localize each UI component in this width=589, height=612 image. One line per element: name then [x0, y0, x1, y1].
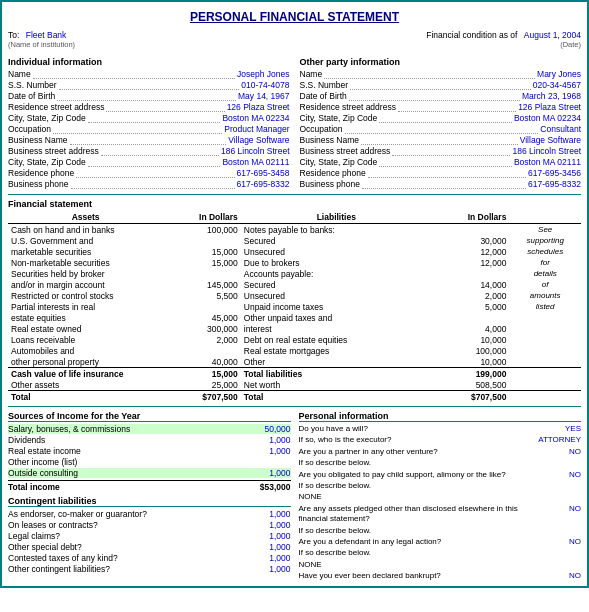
personal-answer — [526, 560, 581, 570]
field-dots — [59, 80, 240, 90]
liability-label: Due to brokers — [241, 257, 432, 268]
info-row: Residence street address 126 Plaza Stree… — [8, 102, 290, 112]
liability-value: 5,000 — [432, 301, 510, 312]
field-value: Boston MA 02111 — [514, 157, 581, 167]
asset-label: Non-marketable securities — [8, 257, 163, 268]
field-label: Name — [300, 69, 323, 79]
side-note: for — [509, 257, 581, 268]
field-label: Business phone — [300, 179, 361, 189]
personal-info-row: If so describe below. — [299, 548, 582, 558]
field-dots — [53, 124, 222, 134]
source-label: Other income (list) — [8, 457, 251, 467]
info-row: Name Joseph Jones — [8, 69, 290, 79]
assets-header: Assets — [8, 211, 163, 224]
field-label: Occupation — [300, 124, 343, 134]
other-party-fields: Name Mary Jones S.S. Number 020-34-4567 … — [300, 69, 582, 189]
asset-value — [163, 301, 241, 312]
personal-answer: NO — [526, 537, 581, 547]
asset-value: 2,000 — [163, 334, 241, 345]
side-note-header — [509, 211, 581, 224]
individual-fields: Name Joseph Jones S.S. Number 010-74-407… — [8, 69, 290, 189]
side-note: amounts — [509, 290, 581, 301]
liabilities-header: Liabilities — [241, 211, 432, 224]
liability-value — [432, 224, 510, 236]
liability-value: 10,000 — [432, 356, 510, 368]
source-label: Outside consulting — [8, 468, 251, 478]
liability-label: Secured — [241, 235, 432, 246]
contingent-section: Contingent liabilities As endorser, co-m… — [8, 496, 291, 574]
asset-label: other personal property — [8, 356, 163, 368]
field-value: Boston MA 02234 — [222, 113, 289, 123]
info-row: Business phone 617-695-8332 — [300, 179, 582, 189]
asset-value: 15,000 — [163, 257, 241, 268]
contingent-label: As endorser, co-maker or guarantor? — [8, 509, 251, 519]
field-value: Village Software — [228, 135, 289, 145]
contingent-items: As endorser, co-maker or guarantor? 1,00… — [8, 509, 291, 574]
info-row: S.S. Number 020-34-4567 — [300, 80, 582, 90]
personal-question: Are you obligated to pay child support, … — [299, 470, 527, 480]
source-row: Outside consulting 1,000 — [8, 468, 291, 478]
field-dots — [379, 157, 512, 167]
contingent-row: Other special debt? 1,000 — [8, 542, 291, 552]
info-row: Date of Birth March 23, 1968 — [300, 91, 582, 101]
info-row: Business phone 617-695-8332 — [8, 179, 290, 189]
field-value: 617-695-3456 — [528, 168, 581, 178]
source-row: Salary, bonuses, & commissions 50,000 — [8, 424, 291, 434]
source-row: Real estate income 1,000 — [8, 446, 291, 456]
info-row: Occupation Consultant — [300, 124, 582, 134]
liability-value: 2,000 — [432, 290, 510, 301]
info-row: City, State, Zip Code Boston MA 02111 — [300, 157, 582, 167]
personal-answer — [526, 481, 581, 491]
personal-info-row: NONE — [299, 560, 582, 570]
asset-value — [163, 345, 241, 356]
asset-value: 145,000 — [163, 279, 241, 290]
personal-info-row: Do you have a will? YES — [299, 424, 582, 434]
personal-info-items: Do you have a will? YES If so, who is th… — [299, 424, 582, 581]
liability-label: Debt on real estate equities — [241, 334, 432, 345]
liability-label: Other unpaid taxes and — [241, 312, 432, 323]
liability-label: Unsecured — [241, 290, 432, 301]
liability-value: 14,000 — [432, 279, 510, 290]
field-dots — [345, 124, 539, 134]
side-note — [509, 323, 581, 334]
field-value: 617-695-3458 — [237, 168, 290, 178]
page-title: PERSONAL FINANCIAL STATEMENT — [8, 6, 581, 30]
liability-label: Real estate mortgages — [241, 345, 432, 356]
side-note: See — [509, 224, 581, 236]
field-label: City, State, Zip Code — [300, 113, 378, 123]
info-row: City, State, Zip Code Boston MA 02234 — [8, 113, 290, 123]
field-label: S.S. Number — [8, 80, 57, 90]
field-label: Residence phone — [300, 168, 366, 178]
personal-answer: NO — [526, 470, 581, 480]
field-label: Name — [8, 69, 31, 79]
personal-question: Are you a defendant in any legal action? — [299, 537, 527, 547]
field-value: 186 Lincoln Street — [221, 146, 290, 156]
liability-value: 30,000 — [432, 235, 510, 246]
side-note — [509, 345, 581, 356]
asset-value: 40,000 — [163, 356, 241, 368]
personal-info-section: Individual information Name Joseph Jones… — [8, 53, 581, 195]
field-dots — [361, 135, 518, 145]
info-row: Business street address 186 Lincoln Stre… — [300, 146, 582, 156]
asset-value: 100,000 — [163, 224, 241, 236]
contingent-label: Other contingent liabilities? — [8, 564, 251, 574]
contingent-value: 1,000 — [251, 509, 291, 519]
info-row: Residence street address 126 Plaza Stree… — [300, 102, 582, 112]
field-label: S.S. Number — [300, 80, 349, 90]
personal-question: If so, who is the executor? — [299, 435, 527, 445]
field-label: Business street address — [8, 146, 99, 156]
field-label: Date of Birth — [8, 91, 55, 101]
source-value: 50,000 — [251, 424, 291, 434]
other-party-info: Other party information Name Mary Jones … — [300, 53, 582, 190]
source-value: 1,000 — [251, 468, 291, 478]
asset-label: Partial interests in real — [8, 301, 163, 312]
personal-answer: YES — [526, 424, 581, 434]
liability-label: Total — [241, 391, 432, 403]
personal-question: NONE — [299, 492, 527, 502]
field-value: Joseph Jones — [237, 69, 289, 79]
field-dots — [88, 113, 221, 123]
personal-question: Do you have a will? — [299, 424, 527, 434]
side-note — [509, 368, 581, 380]
info-row: Business Name Village Software — [300, 135, 582, 145]
field-value: Boston MA 02111 — [222, 157, 289, 167]
